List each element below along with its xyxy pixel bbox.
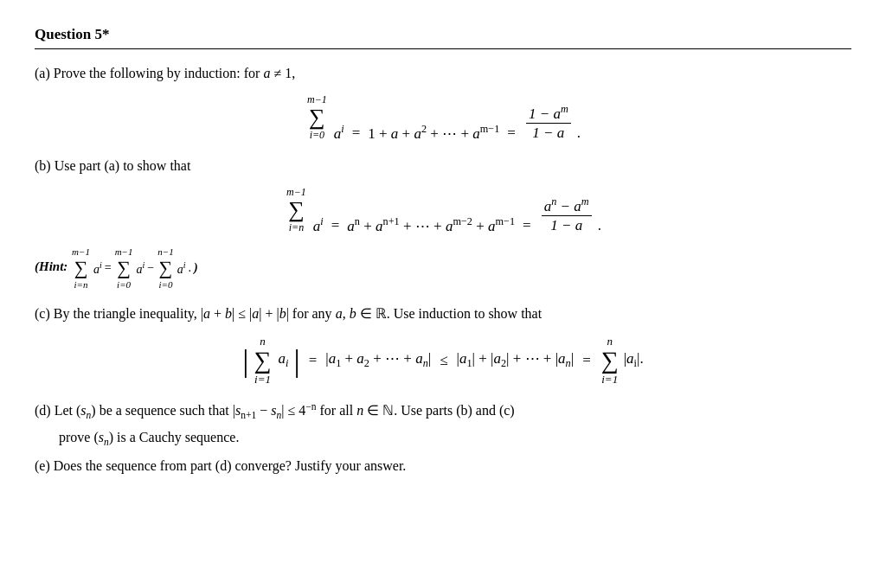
part-d-text: Let (sn) be a sequence such that |sn+1 −… [55,403,529,418]
part-e: (e) Does the sequence from part (d) conv… [35,454,851,477]
part-d: (d) Let (sn) be a sequence such that |sn… [35,399,851,425]
part-e-label: (e) [35,458,50,473]
part-c: (c) By the triangle inequality, |a + b| … [35,302,851,325]
part-a-label: (a) [35,66,50,80]
hint: (Hint: m−1 ∑ i=n ai = m−1 ∑ i=0 ai − n−1… [35,246,851,290]
part-e-text: Does the sequence from part (d) converge… [54,458,407,473]
formula-b: m−1 ∑ i=n ai = an + an+1 + ⋯ + am−2 + am… [35,186,851,234]
part-d-label: (d) [35,403,51,418]
part-c-label: (c) [35,306,50,321]
question-title: Question 5* [35,26,851,49]
part-b-text: Use part (a) to show that [55,158,191,173]
part-a-text: Prove the following by induction: for a … [54,66,295,80]
part-d-line2: prove (sn) is a Cauchy sequence. [59,430,851,447]
part-b: (b) Use part (a) to show that [35,154,851,177]
part-c-text: By the triangle inequality, |a + b| ≤ |a… [54,306,542,321]
part-b-label: (b) [35,158,51,173]
formula-c: | n ∑ i=1 ai | = |a1 + a2 + ⋯ + an| ≤ |a… [35,335,851,387]
part-a: (a) Prove the following by induction: fo… [35,61,851,85]
formula-a: m−1 ∑ i=0 ai = 1 + a + a2 + ⋯ + am−1 = 1… [35,93,851,142]
